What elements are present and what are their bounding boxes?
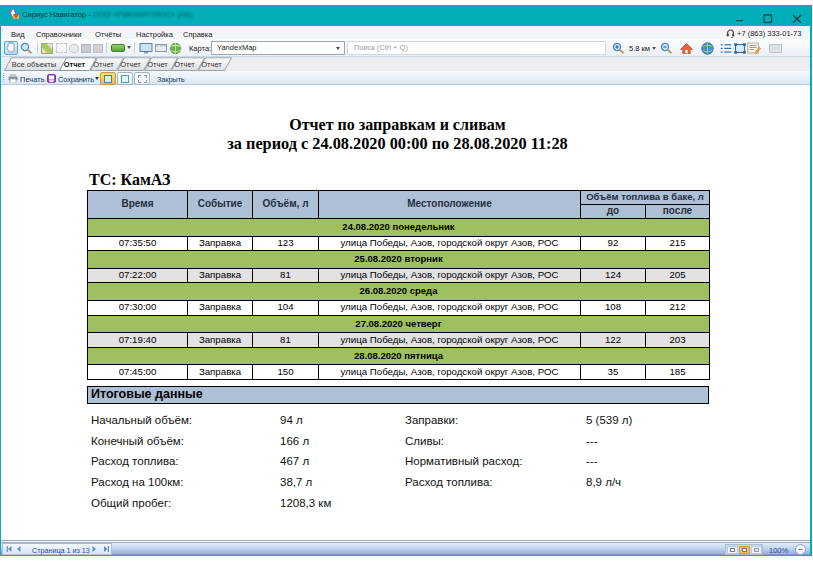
svg-text:Все объекты: Все объекты [12, 60, 56, 69]
svg-text:Отчет: Отчет [64, 60, 86, 69]
svg-text:Отчет: Отчет [147, 60, 168, 69]
svg-text:Отчет: Отчет [120, 60, 141, 69]
svg-text:Отчет: Отчет [174, 60, 195, 69]
svg-text:Отчет: Отчет [201, 60, 222, 69]
svg-text:Отчет: Отчет [93, 60, 114, 69]
